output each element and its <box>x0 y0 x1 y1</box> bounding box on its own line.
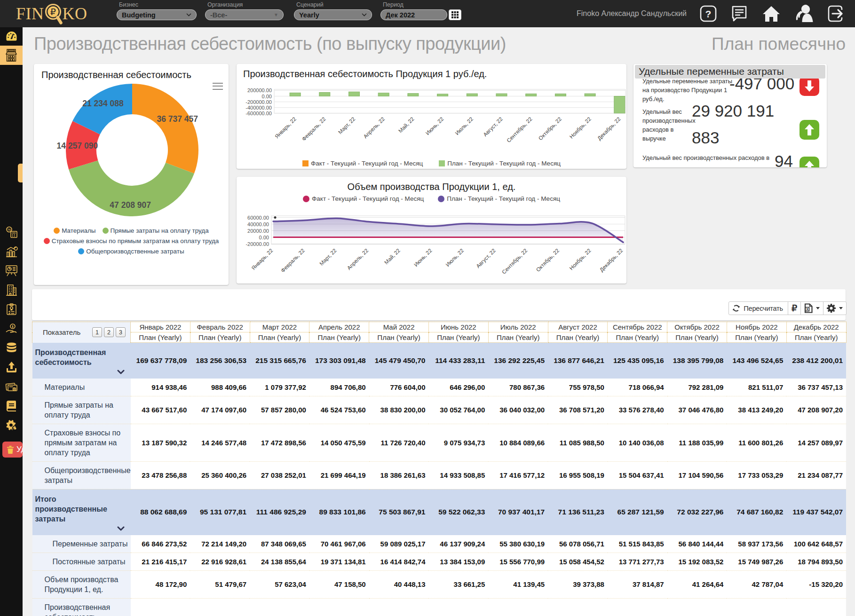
value-cell[interactable]: 988 409,66 <box>190 379 250 396</box>
value-cell[interactable]: 23 478 256,88 <box>131 461 190 489</box>
plan-header[interactable]: План (Yearly) <box>786 332 846 343</box>
month-header[interactable]: Август 2022 <box>548 322 608 332</box>
value-cell[interactable]: 9 075 934,73 <box>428 424 488 461</box>
plan-header[interactable]: План (Yearly) <box>369 332 429 343</box>
value-cell[interactable] <box>309 598 369 616</box>
value-cell[interactable]: 30 052 764,00 <box>428 396 488 424</box>
bar-plan[interactable] <box>614 96 625 113</box>
value-cell[interactable]: 55 380 630,19 <box>488 535 548 553</box>
value-cell[interactable] <box>786 598 846 616</box>
value-cell[interactable]: 114 433 283,11 <box>428 343 488 379</box>
value-cell[interactable]: 87 348 069,65 <box>250 535 309 553</box>
filter-scenario-select[interactable]: Yearly <box>294 9 372 20</box>
value-cell[interactable]: 138 395 799,08 <box>667 343 727 379</box>
value-cell[interactable]: 59 089 025,17 <box>369 535 429 553</box>
value-cell[interactable]: 56 840 144,44 <box>667 535 727 553</box>
value-cell[interactable]: 169 637 778,09 <box>131 343 190 379</box>
value-cell[interactable]: 72 214 149,20 <box>190 535 250 553</box>
value-cell[interactable]: 22 916 928,61 <box>190 553 250 570</box>
value-cell[interactable]: 41 139,45 <box>488 570 548 598</box>
value-cell[interactable]: 15 556 770,99 <box>488 553 548 570</box>
value-cell[interactable]: 75 503 867,91 <box>369 489 429 535</box>
month-header[interactable]: Апрель 2022 <box>309 322 369 332</box>
bar-plan[interactable] <box>378 93 389 96</box>
plan-header[interactable]: План (Yearly) <box>250 332 309 343</box>
month-header[interactable]: Май 2022 <box>369 322 429 332</box>
donut-chart[interactable]: 36 737 45747 208 90714 257 09021 234 088 <box>34 83 229 224</box>
filter-period-input[interactable]: Дек 2022 <box>380 9 447 20</box>
value-cell[interactable] <box>369 598 429 616</box>
plan-header[interactable]: План (Yearly) <box>131 332 190 343</box>
value-cell[interactable]: 95 131 077,81 <box>190 489 250 535</box>
legend-item[interactable]: Факт - Текущий - Текущий год - Месяц <box>302 160 423 167</box>
value-cell[interactable]: 914 938,46 <box>131 379 190 396</box>
value-cell[interactable]: 11 085 988,50 <box>548 424 608 461</box>
value-cell[interactable]: 894 706,80 <box>309 379 369 396</box>
value-cell[interactable]: 70 937 401,17 <box>488 489 548 535</box>
area-chart[interactable]: 60000.0040000.0020000.000.00-20000.00Янв… <box>237 206 626 281</box>
donut-slice[interactable] <box>132 84 198 174</box>
legend-item[interactable]: Факт - Текущий - Текущий год - Месяц <box>303 195 424 202</box>
legend-item[interactable]: План - Текущий - Текущий год - Месяц <box>438 195 560 202</box>
value-cell[interactable]: 71 136 511,23 <box>548 489 608 535</box>
sidebar-item-analytics[interactable] <box>0 245 23 258</box>
value-cell[interactable]: 755 978,50 <box>548 379 608 396</box>
bar-chart[interactable]: 200000.000.00-200000.00-400000.00-600000… <box>237 83 626 156</box>
value-cell[interactable]: 36 708 571,20 <box>548 396 608 424</box>
value-cell[interactable]: 13 384 153,09 <box>428 553 488 570</box>
value-cell[interactable]: 21 216 415,17 <box>131 553 190 570</box>
value-cell[interactable]: 17 472 898,56 <box>250 424 309 461</box>
value-cell[interactable] <box>131 598 190 616</box>
value-cell[interactable]: 136 292 225,45 <box>488 343 548 379</box>
value-cell[interactable]: 173 303 091,48 <box>309 343 369 379</box>
value-cell[interactable]: 14 050 475,59 <box>309 424 369 461</box>
plan-header[interactable]: План (Yearly) <box>488 332 548 343</box>
value-cell[interactable]: 47 158,50 <box>309 570 369 598</box>
value-cell[interactable]: 14 933 508,85 <box>428 461 488 489</box>
legend-item[interactable]: Страховые взносы по прямым затратам на о… <box>44 237 219 245</box>
value-cell[interactable]: 58 937 173,56 <box>727 535 786 553</box>
value-cell[interactable] <box>488 598 548 616</box>
value-cell[interactable]: 15 504 637,41 <box>608 461 667 489</box>
level-button-3[interactable]: 3 <box>116 327 126 337</box>
legend-item[interactable]: Материалы <box>54 227 95 234</box>
value-cell[interactable]: 89 833 101,86 <box>309 489 369 535</box>
value-cell[interactable]: 40 448,13 <box>369 570 429 598</box>
month-header[interactable]: Март 2022 <box>250 322 309 332</box>
plan-header[interactable]: План (Yearly) <box>548 332 608 343</box>
value-cell[interactable]: 18 794 893,50 <box>786 553 846 570</box>
value-cell[interactable]: 21 699 464,19 <box>309 461 369 489</box>
value-cell[interactable]: 72 032 227,96 <box>667 489 727 535</box>
value-cell[interactable]: 125 435 095,16 <box>608 343 667 379</box>
value-cell[interactable]: 65 287 121,59 <box>608 489 667 535</box>
value-cell[interactable]: 27 038 252,01 <box>250 461 309 489</box>
chevron-down-icon[interactable] <box>117 525 125 532</box>
value-cell[interactable]: 238 412 200,01 <box>786 343 846 379</box>
value-cell[interactable]: 11 188 035,99 <box>667 424 727 461</box>
value-cell[interactable]: 88 062 688,69 <box>131 489 190 535</box>
sidebar-item-cashbox[interactable] <box>0 380 23 393</box>
filter-business-select[interactable]: Budgeting <box>117 9 197 20</box>
value-cell[interactable]: 792 281,09 <box>667 379 727 396</box>
value-cell[interactable]: 17 733 053,29 <box>727 461 786 489</box>
value-cell[interactable] <box>190 598 250 616</box>
value-cell[interactable]: 47 208 907,20 <box>786 396 846 424</box>
value-cell[interactable]: 821 511,07 <box>727 379 786 396</box>
month-header[interactable]: Сентябрь 2022 <box>608 322 667 332</box>
sidebar-item-organizations[interactable] <box>0 284 23 296</box>
month-header[interactable]: Декабрь 2022 <box>786 322 846 332</box>
month-header[interactable]: Ноябрь 2022 <box>727 322 786 332</box>
value-cell[interactable]: 46 524 753,60 <box>309 396 369 424</box>
value-cell[interactable]: 111 486 925,29 <box>250 489 309 535</box>
value-cell[interactable]: 57 623,04 <box>250 570 309 598</box>
level-button-2[interactable]: 2 <box>104 327 114 337</box>
value-cell[interactable]: 24 138 855,64 <box>250 553 309 570</box>
value-cell[interactable]: 11 726 720,40 <box>369 424 429 461</box>
settings-button[interactable] <box>823 302 846 315</box>
value-cell[interactable]: 15 058 454,52 <box>548 553 608 570</box>
value-cell[interactable]: 47 174 097,60 <box>190 396 250 424</box>
value-cell[interactable]: 13 771 277,73 <box>608 553 667 570</box>
value-cell[interactable]: 15 749 987,26 <box>727 553 786 570</box>
bar-plan[interactable] <box>437 94 448 96</box>
value-cell[interactable]: 33 661,25 <box>428 570 488 598</box>
